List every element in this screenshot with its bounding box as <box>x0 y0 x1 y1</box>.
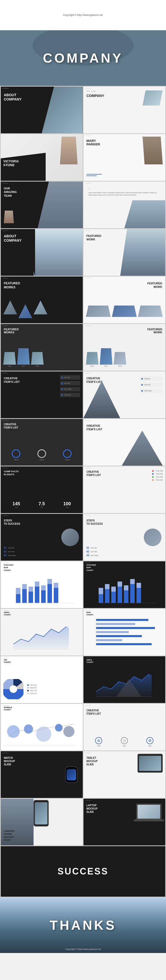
circle-item-2: ITEM 02 <box>37 449 46 461</box>
svg-rect-25 <box>130 584 135 603</box>
horiz-bar-7 <box>96 643 152 645</box>
slide-bar-chart-dark: COMPANY STACKEDBARCHART <box>84 562 166 608</box>
slide-featured: COMPANY FEATUREDWORK <box>84 229 166 276</box>
slide-label-16: COMPANY <box>85 420 92 421</box>
slide-laptop: COMPANY LAPTOPMOCKUPSLIDE <box>84 799 166 845</box>
colored-item-text-2: TITLE ITEM <box>156 473 163 475</box>
pie-dot-label-2: ITEM B 25% <box>30 687 37 689</box>
android-title: ANDROIDPHONEMOCKUPSLIDE <box>4 830 14 842</box>
slide-steps: COMPANY STEPSTO SUCCESS 01 STEP ONE 02 S… <box>1 514 83 561</box>
area-chart-title: AREACHART <box>4 611 11 616</box>
horiz-bar-2 <box>96 623 136 625</box>
works-img-wrap-2: 2017 <box>17 348 30 367</box>
pie-dot-2 <box>27 687 29 689</box>
colored-item-1: TITLE ITEM <box>152 470 163 472</box>
step-text-r2: STEP TWO <box>90 551 97 552</box>
step-row-3: 03 STEP THREE <box>4 554 16 557</box>
creative-dot-1 <box>61 377 63 378</box>
mary-photo <box>142 137 163 164</box>
works-imgs-row-light: 2014 2017 2018 <box>86 348 163 367</box>
works-img-wrap-3: 2018 <box>31 352 44 367</box>
creative-text-2: ITEM TWO <box>64 383 70 384</box>
fact-label-1: ITEM <box>13 506 20 508</box>
tablet-screen <box>139 756 161 771</box>
fact-number-3: 100 <box>63 501 71 506</box>
we-are-label: WE ARE <box>87 91 96 92</box>
steps-right-items: 01 STEP ONE 02 STEP TWO 03 STEP THREE <box>87 546 98 557</box>
mountain-item-3: ITEM THREE <box>140 389 163 393</box>
svg-rect-7 <box>35 582 40 587</box>
colored-dot-2 <box>152 473 153 475</box>
creative-item-2: ITEM TWO <box>60 381 80 386</box>
icon-label-1: ITEM <box>97 745 100 747</box>
thanks-section: THANKS Copyright © http://www.pptstore.n… <box>0 897 166 953</box>
svg-point-42 <box>36 727 51 741</box>
bar-chart-dark-svg <box>99 574 157 604</box>
slide-featured-right: COMPANY FEATUREDWORK <box>84 277 166 323</box>
slide-about-dark: COMPANY ABOUTCOMPANY <box>1 87 83 133</box>
watch-shape <box>65 766 78 783</box>
slide-label-24: COMPANY <box>85 610 92 611</box>
circles-row: ITEM 01 ITEM 02 ITEM 03 <box>3 449 80 461</box>
bar-chart-svg <box>16 574 74 604</box>
step-num-3: 03 <box>4 554 6 557</box>
colored-item-4: TITLE ITEM <box>152 479 163 481</box>
featured-right-title: FEATUREDWORK <box>147 282 162 289</box>
laptop-screen-part <box>136 804 161 819</box>
we-are-title: COMPANY <box>87 94 104 98</box>
slide-bubble: COMPANY BUBBLECHART <box>1 704 83 751</box>
pie-dot-label-3: ITEM C 15% <box>30 690 37 691</box>
slide-steps-right: COMPANY STEPSTO SUCCESS 01 STEP ONE 02 S… <box>84 514 166 561</box>
works-year-l3: 2018 <box>118 365 122 367</box>
colored-title: CREATIVEITEM'S LIST <box>87 470 101 477</box>
works-light-title: FEATUREDWORK <box>147 328 162 334</box>
slide-creative-mountain: COMPANY CREATIVEITEM'S LIST ITEM ONE ITE… <box>84 371 166 418</box>
pie-legend: ITEM A 50% ITEM B 25% ITEM C 15% ITEM D … <box>27 684 37 694</box>
victoria-name: VICTORIASTONE <box>3 159 19 167</box>
slide-label-1: COMPANY <box>2 88 9 89</box>
colored-items: TITLE ITEM TITLE ITEM TITLE ITEM TITLE I… <box>152 470 163 481</box>
svg-point-36 <box>9 685 17 693</box>
horiz-bar-5 <box>96 635 142 637</box>
slide-label-23: COMPANY <box>2 610 9 611</box>
icon-circle-2: ◷ <box>121 737 128 744</box>
slide-android: COMPANY ANDROIDPHONEMOCKUPSLIDE <box>1 799 83 845</box>
laptop-screen-inner <box>138 805 160 819</box>
svg-point-43 <box>55 724 63 732</box>
work-tri-2 <box>18 304 32 318</box>
pie-area: ITEM A 50% ITEM B 25% ITEM C 15% ITEM D … <box>3 679 80 699</box>
creative-item-4: ITEM FOUR <box>60 393 80 397</box>
fact-item-3: 100 ITEM <box>63 501 71 508</box>
step-num-1: 01 <box>4 546 6 549</box>
slide-creative-circles: COMPANY CREATIVEITEM'S LIST ITEM 01 ITEM… <box>1 419 83 466</box>
work-tri-3 <box>33 301 47 314</box>
colored-dot-1 <box>152 470 153 472</box>
slide-featured-works: COMPANY FEATUREDWORKS <box>1 277 83 323</box>
tablet-shape <box>138 754 163 773</box>
step-num-r3: 03 <box>87 554 89 557</box>
slide-label-32: COMPANY <box>85 800 92 801</box>
works-year-l2: 2017 <box>104 365 108 367</box>
work-tri-1 <box>3 301 17 314</box>
horiz-bar-3 <box>96 627 155 629</box>
header: Copyright © http://www.pptstore.net <box>0 0 166 30</box>
slide-bar-chart: COMPANY STACKEDBARCHART <box>1 562 83 608</box>
area-dark-svg <box>96 669 152 699</box>
hero-slide: COMPANY <box>0 30 166 86</box>
about-snowy-title: ABOUTCOMPANY <box>4 234 22 243</box>
mountain-right <box>122 431 163 466</box>
slide-label-12: COMPANY <box>85 325 92 326</box>
slide-works-light: COMPANY FEATUREDWORK 2014 2017 2018 <box>84 324 166 371</box>
slide-label-27: COMPANY <box>2 705 9 706</box>
bubble-title: BUBBLECHART <box>4 706 12 711</box>
svg-rect-17 <box>105 589 109 603</box>
circle-label-2: ITEM 02 <box>40 459 44 461</box>
colored-dot-3 <box>152 476 153 478</box>
svg-point-44 <box>63 726 74 737</box>
works-img-box-2 <box>17 348 30 364</box>
snowy-img <box>33 229 83 276</box>
icon-item-3: ♻ ITEM <box>146 737 153 747</box>
about-dark-title: ABOUTCOMPANY <box>4 93 22 102</box>
works-img-wrap-l1: 2014 <box>86 352 99 367</box>
slide-victoria: COMPANY VICTORIASTONE <box>1 134 83 181</box>
